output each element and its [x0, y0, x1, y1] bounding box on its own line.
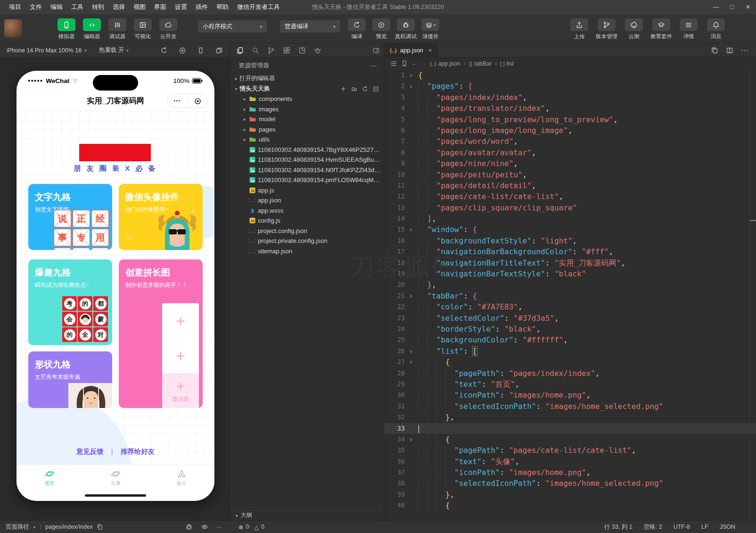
- tree-file[interactable]: {..}sitemap.json: [230, 246, 384, 257]
- menu-编辑[interactable]: 编辑: [46, 0, 67, 14]
- warnings-icon[interactable]: △: [254, 524, 259, 531]
- menu-设置[interactable]: 设置: [171, 0, 191, 14]
- card-fun-nine-grid[interactable]: 爆趣九格 瞬间成为朋友圈焦点~ 考的都会蒙的全对: [28, 259, 112, 345]
- toolbar-button-消息[interactable]: 消息: [705, 18, 727, 40]
- menu-工具[interactable]: 工具: [67, 0, 88, 14]
- tree-file[interactable]: 1108100302.480839154.HvmSUEEASgBu2914f..…: [230, 155, 384, 165]
- menu-转到[interactable]: 转到: [88, 0, 108, 14]
- tree-folder-model[interactable]: ▸model: [230, 114, 384, 125]
- tree-file[interactable]: 1108100302.480839154.N0fTJfoKPZZl43d31c4…: [230, 165, 384, 175]
- split-editor-icon[interactable]: [726, 47, 733, 54]
- tree-section-open-editors[interactable]: ▸打开的编辑器: [230, 74, 384, 84]
- card-long-image[interactable]: 创意拼长图 制作创意多图的高手！！ + + +显示图: [119, 259, 203, 408]
- fold-arrow-icon[interactable]: ∨: [405, 346, 417, 357]
- tree-file[interactable]: {..}project.private.config.json: [230, 236, 384, 246]
- breadcrumb-tabbar[interactable]: {} tabBar: [469, 60, 492, 67]
- toolbar-button-清缓存[interactable]: ▾清缓存: [419, 18, 441, 40]
- more-actions-icon[interactable]: ⋯: [741, 46, 748, 55]
- forward-arrow-icon[interactable]: →: [421, 60, 427, 67]
- toolbar-button-真机调试[interactable]: 真机调试: [395, 18, 417, 40]
- refresh-icon[interactable]: [160, 47, 168, 54]
- promo-banner[interactable]: [79, 144, 151, 161]
- toolbar-button-可视化[interactable]: 可视化: [132, 18, 154, 40]
- status-item-0[interactable]: 行 33, 列 1: [604, 523, 633, 531]
- back-arrow-icon[interactable]: ←: [411, 60, 418, 67]
- fold-arrow-icon[interactable]: ∨: [405, 291, 417, 301]
- tree-project-root[interactable]: ▾情头天天换: [230, 84, 384, 94]
- scrollbar[interactable]: [749, 70, 750, 520]
- toolbar-button-详情[interactable]: 详情: [678, 18, 699, 40]
- compile-mode-select[interactable]: 普通编译 ▾: [280, 20, 340, 33]
- toolbar-button-编译[interactable]: 编译: [346, 18, 368, 40]
- errors-icon[interactable]: ⊗: [238, 524, 243, 531]
- status-item-4[interactable]: JSON: [720, 524, 735, 530]
- search-icon[interactable]: [252, 47, 259, 54]
- new-folder-icon[interactable]: [351, 86, 357, 92]
- menu-文件[interactable]: 文件: [25, 0, 46, 14]
- tree-file[interactable]: 1108100302.480839154.7BgYlliX46PZ527b236…: [230, 145, 384, 155]
- tree-file[interactable]: ∃app.wxss: [230, 206, 384, 216]
- teapot-icon[interactable]: [314, 47, 321, 54]
- user-avatar[interactable]: [4, 19, 22, 37]
- tree-folder-components[interactable]: ▸components: [230, 94, 384, 104]
- close-button[interactable]: ✕: [740, 0, 756, 14]
- status-item-2[interactable]: UTF-8: [674, 524, 690, 530]
- toolbar-button-调试器[interactable]: 调试器: [107, 18, 128, 40]
- bookmark-icon[interactable]: [401, 60, 408, 67]
- menu-微信开发者工具[interactable]: 微信开发者工具: [233, 0, 284, 14]
- toolbar-button-预览[interactable]: 预览: [370, 18, 392, 40]
- feedback-link[interactable]: 意见反馈: [76, 448, 104, 455]
- tree-file[interactable]: JSconfig.js: [230, 216, 384, 226]
- toolbar-button-教育套件[interactable]: 教育套件: [650, 18, 672, 40]
- toolbar-button-版本管理[interactable]: 版本管理: [596, 18, 617, 40]
- more-actions-icon[interactable]: ⋯: [216, 524, 222, 531]
- multi-window-icon[interactable]: [215, 47, 223, 54]
- toolbar-button-云开发[interactable]: 云开发: [157, 18, 179, 40]
- device-frame-icon[interactable]: [197, 47, 205, 54]
- code-editor[interactable]: 1∨{2∨ "pages": [3 "pages/index/index",4 …: [384, 70, 756, 520]
- minimize-button[interactable]: —: [708, 0, 724, 14]
- close-tab-icon[interactable]: ×: [428, 47, 432, 54]
- toolbar-button-上传[interactable]: 上传: [568, 18, 590, 40]
- tab-app-json[interactable]: {..} app.json ×: [384, 43, 438, 58]
- phone-tab-首页[interactable]: 首页: [16, 465, 82, 491]
- hot-reload-toggle[interactable]: 热重载 开 ▾: [99, 46, 129, 54]
- fold-arrow-icon[interactable]: ∨: [405, 81, 417, 92]
- record-stop-icon[interactable]: [179, 47, 186, 54]
- git-branch-icon[interactable]: [267, 47, 275, 54]
- card-shape-nine-grid[interactable]: 形状九格 文艺青年发图专属: [28, 351, 112, 408]
- fold-arrow-icon[interactable]: ∨: [405, 434, 417, 445]
- menu-项目[interactable]: 项目: [5, 0, 25, 14]
- layout-icon[interactable]: [298, 47, 306, 54]
- fold-arrow-icon[interactable]: ∨: [405, 70, 417, 81]
- tree-file[interactable]: JSapp.js: [230, 185, 384, 196]
- menu-界面[interactable]: 界面: [150, 0, 171, 14]
- tree-file[interactable]: {..}app.json: [230, 195, 384, 206]
- tree-folder-pages[interactable]: ▸pages: [230, 125, 384, 135]
- menu-插件[interactable]: 插件: [191, 0, 212, 14]
- collapse-all-icon[interactable]: [373, 86, 379, 92]
- toggle-panel-icon[interactable]: [372, 47, 380, 54]
- menu-视图[interactable]: 视图: [129, 0, 150, 14]
- page-path-dropdown[interactable]: 页面路径 ▾: [6, 523, 35, 531]
- tree-file[interactable]: 1108100302.480839154.pmFLO5W84cqM998f...: [230, 175, 384, 185]
- fold-arrow-icon[interactable]: ∨: [405, 224, 417, 235]
- status-item-3[interactable]: LF: [701, 524, 708, 530]
- more-actions-icon[interactable]: ⋯: [370, 62, 377, 69]
- bug-icon[interactable]: [185, 523, 193, 531]
- refresh-icon[interactable]: [362, 86, 368, 92]
- breadcrumb-file[interactable]: {..} app.json: [430, 60, 460, 67]
- eye-icon[interactable]: [201, 523, 208, 531]
- extensions-icon[interactable]: [283, 47, 290, 54]
- tree-file[interactable]: {..}project.config.json: [230, 226, 384, 236]
- open-changes-icon[interactable]: [711, 47, 718, 54]
- toolbar-button-云测[interactable]: 云测: [623, 18, 645, 40]
- toolbar-button-模拟器[interactable]: 模拟器: [56, 18, 77, 40]
- status-item-1[interactable]: 空格: 2: [644, 523, 662, 531]
- outline-section[interactable]: ▸ 大纲: [230, 510, 384, 520]
- device-select[interactable]: iPhone 14 Pro Max 100% 16 ▾: [7, 47, 87, 54]
- card-text-nine-grid[interactable]: 文字九格 创意文字拼图 说正经事专用: [28, 184, 112, 250]
- card-avatar-widget[interactable]: 微信头像挂件 热门挂件免费用~ ☆ ☆: [119, 184, 203, 250]
- toolbar-button-编辑器[interactable]: 编辑器: [81, 18, 103, 40]
- scrollbar-thumb[interactable]: [750, 220, 756, 221]
